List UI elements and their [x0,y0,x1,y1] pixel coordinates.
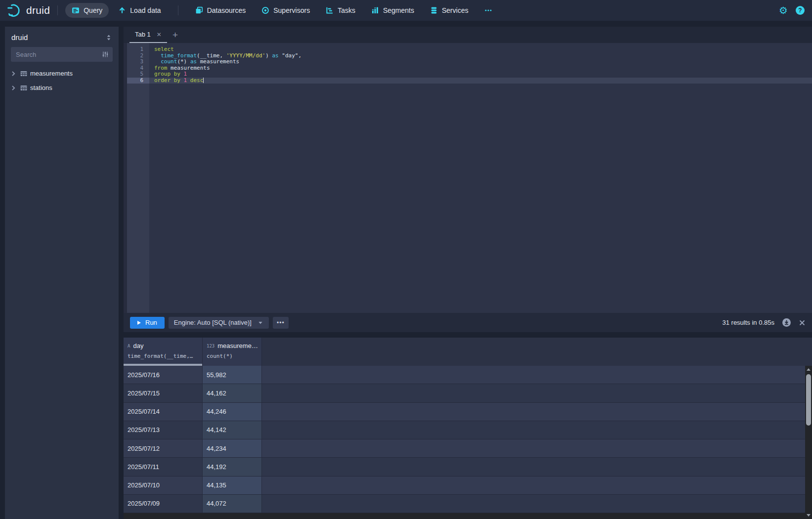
table-row[interactable]: 2025/07/1655,982 [124,366,805,384]
scroll-down-arrow[interactable] [807,514,811,517]
cell-day[interactable]: 2025/07/11 [124,458,203,476]
table-row[interactable]: 2025/07/1544,162 [124,384,805,402]
schema-title: druid [11,33,28,42]
cell-day[interactable]: 2025/07/12 [124,439,203,457]
cell-measurements[interactable]: 44,135 [203,476,262,494]
code-line-4[interactable]: from measurements [149,65,812,72]
column-header-measurements[interactable]: 123 measureme… count(*) [203,338,262,366]
nav-item-tasks[interactable]: Tasks [319,3,362,18]
brand: druid [7,3,50,18]
cell-day[interactable]: 2025/07/14 [124,403,203,421]
results-body: 2025/07/1655,9822025/07/1544,1622025/07/… [124,366,805,513]
nav-item-services[interactable]: Services [424,3,475,18]
cell-measurements[interactable]: 55,982 [203,366,262,384]
results-panel: A day time_format(__time,… 123 measureme… [124,338,812,519]
chevron-right-icon[interactable] [9,70,17,78]
table-icon [20,84,28,92]
editor-code-area[interactable]: select time_format(__time, 'YYYY/MM/dd')… [149,43,812,313]
table-row[interactable]: 2025/07/1144,192 [124,458,805,476]
cell-day[interactable]: 2025/07/10 [124,476,203,494]
row-filler [262,476,805,494]
vertical-scrollbar[interactable] [805,366,812,519]
results-header: A day time_format(__time,… 123 measureme… [124,338,812,366]
cell-day[interactable]: 2025/07/13 [124,421,203,439]
cell-measurements[interactable]: 44,162 [203,384,262,402]
scrollbar-thumb[interactable] [806,374,811,426]
run-bar: Run Engine: Auto [SQL (native)] ••• 31 r… [124,313,812,332]
close-tab-icon[interactable]: ✕ [157,31,162,38]
table-row[interactable]: 2025/07/0944,072 [124,495,805,513]
engine-select[interactable]: Engine: Auto [SQL (native)] [169,317,269,329]
run-button[interactable]: Run [130,317,165,329]
run-more-button[interactable]: ••• [273,317,289,329]
row-filler [262,458,805,476]
main-nav: QueryLoad dataDatasourcesSupervisorsTask… [65,3,498,18]
line-number: 5 [127,71,149,78]
nav-item-supervisors[interactable]: Supervisors [255,3,316,18]
nav-item-label: Datasources [207,6,246,14]
settings-gear-icon[interactable]: ⚙ [779,5,788,15]
nav-item-label: Services [442,6,469,14]
segments-icon [371,6,379,14]
sql-editor[interactable]: 123456 select time_format(__time, 'YYYY/… [124,43,812,313]
nav-item-query[interactable]: Query [65,3,109,18]
nav-item-label: Tasks [338,6,355,14]
cell-day[interactable]: 2025/07/09 [124,495,203,513]
nav-item-more[interactable] [478,3,499,18]
results-status: 31 results in 0.85s [722,319,774,326]
nav-divider [57,5,58,15]
tree-item-measurements[interactable]: measurements [5,66,119,81]
close-results-icon[interactable] [799,319,806,326]
nav-item-label: Query [84,6,102,14]
code-line-6[interactable]: order by 1 desc [149,78,812,84]
search-input[interactable] [11,47,113,62]
editor-gutter: 123456 [124,43,149,313]
download-icon[interactable] [782,318,791,327]
table-row[interactable]: 2025/07/1444,246 [124,403,805,421]
datasource-tree: measurementsstations [5,66,119,95]
cell-measurements[interactable]: 44,234 [203,439,262,457]
text-cursor [203,78,204,83]
cell-day[interactable]: 2025/07/16 [124,366,203,384]
cell-measurements[interactable]: 44,072 [203,495,262,513]
column-header-day[interactable]: A day time_format(__time,… [124,338,203,366]
double-caret-vertical-icon[interactable] [105,34,113,42]
cell-day[interactable]: 2025/07/15 [124,384,203,402]
top-navbar: druid QueryLoad dataDatasourcesSuperviso… [0,0,812,21]
row-filler [262,495,805,513]
cell-measurements[interactable]: 44,246 [203,403,262,421]
svg-text:?: ? [798,7,802,14]
supervisors-icon [261,6,269,14]
chevron-right-icon[interactable] [9,84,17,92]
nav-item-label: Supervisors [273,6,310,14]
services-icon [430,6,438,14]
druid-logo-icon[interactable] [7,3,22,18]
table-row[interactable]: 2025/07/1244,234 [124,439,805,458]
line-number: 1 [127,46,149,53]
nav-item-segments[interactable]: Segments [365,3,421,18]
tree-item-label: stations [30,84,52,91]
nav-item-load-data[interactable]: Load data [112,3,167,18]
header-filler [262,338,812,366]
line-number: 3 [127,59,149,65]
line-number: 2 [127,53,149,59]
table-row[interactable]: 2025/07/1344,142 [124,421,805,439]
tab-tab-1[interactable]: Tab 1 ✕ [129,27,167,43]
line-number: 6 [127,78,149,84]
tree-item-label: measurements [30,70,73,77]
cell-measurements[interactable]: 44,142 [203,421,262,439]
tree-item-stations[interactable]: stations [5,81,119,95]
horizontal-scrollbar[interactable] [124,513,805,519]
nav-item-datasources[interactable]: Datasources [189,3,253,18]
code-line-2[interactable]: time_format(__time, 'YYYY/MM/dd') as "da… [149,53,812,59]
nav-item-label: Segments [383,6,414,14]
add-tab-button[interactable]: + [172,30,178,41]
code-line-3[interactable]: count(*) as measurements [149,59,812,65]
filter-sliders-icon[interactable] [101,50,109,60]
code-line-5[interactable]: group by 1 [149,71,812,78]
cell-measurements[interactable]: 44,192 [203,458,262,476]
scroll-up-arrow[interactable] [807,368,811,371]
tab-label: Tab 1 [135,31,151,38]
table-row[interactable]: 2025/07/1044,135 [124,476,805,495]
help-icon[interactable]: ? [795,5,805,15]
